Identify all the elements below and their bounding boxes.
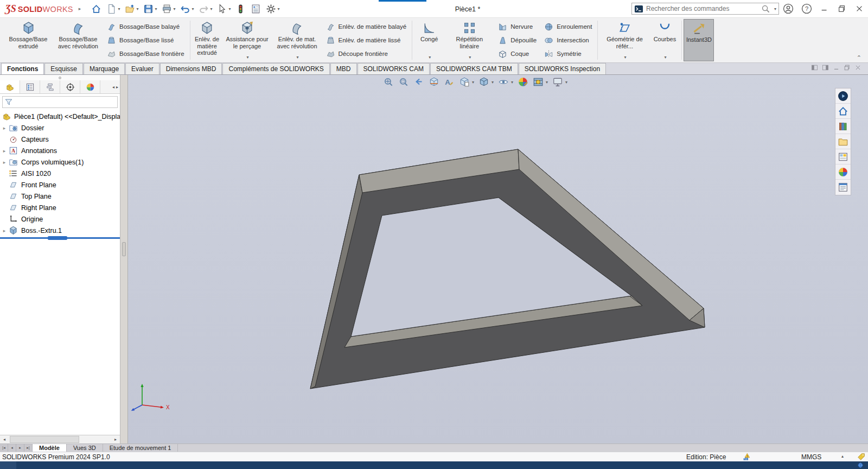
tab-compléments-de-solidworks[interactable]: Compléments de SOLIDWORKS bbox=[222, 63, 329, 74]
splitter-handle[interactable] bbox=[122, 242, 126, 256]
headsup-apply-scene-button[interactable] bbox=[533, 77, 548, 87]
scroll-left-icon[interactable]: ◂ bbox=[0, 435, 9, 443]
dropdown-arrow-icon[interactable] bbox=[565, 79, 567, 85]
tree-item-aisi-1020[interactable]: AISI 1020 bbox=[0, 168, 120, 179]
dropdown-arrow-icon[interactable] bbox=[511, 79, 513, 85]
headsup-annotation-views-button[interactable]: A bbox=[444, 77, 455, 87]
tree-item-right-plane[interactable]: Right Plane bbox=[0, 202, 120, 213]
logo-flyout-arrow-icon[interactable]: ▸ bbox=[79, 6, 81, 11]
dropdown-arrow-icon[interactable] bbox=[118, 6, 120, 11]
qat-redo-button[interactable] bbox=[197, 2, 214, 16]
taskpane-custom-properties-tab[interactable] bbox=[835, 180, 851, 195]
dropdown-arrow-icon[interactable] bbox=[472, 79, 474, 85]
collapse-ribbon-icon[interactable]: ⌃ bbox=[857, 54, 861, 61]
login-button[interactable] bbox=[779, 1, 797, 17]
ribbon-button-nervure[interactable]: Nervure bbox=[498, 20, 537, 33]
ribbon-button-dépouille[interactable]: Dépouille bbox=[498, 34, 537, 47]
previous-pane-button[interactable] bbox=[811, 64, 818, 73]
tree-item-dossier[interactable]: Dossier bbox=[0, 122, 120, 134]
taskpane-3dexperience-tab[interactable] bbox=[835, 88, 851, 104]
dropdown-arrow-icon[interactable] bbox=[469, 54, 471, 61]
ribbon-button-géométrie-de-référ[interactable]: Géométrie de référ... bbox=[599, 19, 649, 61]
dropdown-arrow-icon[interactable] bbox=[546, 79, 548, 85]
headsup-zoom-fit-button[interactable] bbox=[383, 77, 394, 87]
panel-tab-part-yellow[interactable] bbox=[0, 80, 20, 93]
minimize-button[interactable] bbox=[816, 1, 833, 17]
tab-dimensions-mbd[interactable]: Dimensions MBD bbox=[160, 63, 222, 74]
headsup-view-settings-button[interactable] bbox=[552, 77, 567, 87]
tab-marquage[interactable]: Marquage bbox=[84, 63, 125, 74]
ribbon-button-bossage-base-extrudé[interactable]: Bossage/Base extrudé bbox=[3, 19, 53, 61]
dropdown-arrow-icon[interactable] bbox=[429, 54, 431, 61]
headsup-hide-show-items-button[interactable] bbox=[498, 77, 513, 87]
rollback-handle[interactable] bbox=[48, 236, 67, 240]
panel-horizontal-scrollbar[interactable]: ◂ ▸ bbox=[0, 435, 120, 443]
search-input[interactable] bbox=[646, 5, 758, 12]
panel-tab-dimxpert[interactable] bbox=[60, 80, 80, 93]
doc-restore-button[interactable] bbox=[844, 64, 851, 73]
tab-nav-next-button[interactable]: ▸ bbox=[16, 444, 24, 452]
tree-root-item[interactable]: Pièce1 (Default) <<Default>_Display S bbox=[0, 111, 120, 122]
taskpane-view-palette-tab[interactable] bbox=[835, 149, 851, 164]
dropdown-arrow-icon[interactable] bbox=[492, 79, 494, 85]
rollback-bar[interactable] bbox=[0, 237, 120, 239]
tree-item-corps-volumiques-1[interactable]: Corps volumiques(1) bbox=[0, 156, 120, 168]
expand-arrow-icon[interactable] bbox=[0, 228, 9, 233]
dropdown-arrow-icon[interactable] bbox=[210, 6, 212, 11]
tab-solidworks-inspection[interactable]: SOLIDWORKS Inspection bbox=[519, 63, 606, 74]
taskpane-appearances-scenes-tab[interactable] bbox=[835, 164, 851, 180]
tab-esquisse[interactable]: Esquisse bbox=[44, 63, 83, 74]
doc-close-button[interactable] bbox=[854, 64, 861, 73]
qat-undo-button[interactable] bbox=[178, 2, 195, 16]
performance-monitor-icon[interactable] bbox=[742, 453, 751, 461]
ribbon-button-bossage-base-frontière[interactable]: Bossage/Base frontière bbox=[107, 47, 184, 60]
dropdown-arrow-icon[interactable] bbox=[297, 54, 299, 61]
panel-tab-config[interactable] bbox=[40, 80, 60, 93]
ribbon-button-bossage-base-avec-révolution[interactable]: Bossage/Base avec révolution bbox=[53, 19, 103, 61]
panel-viewport-splitter[interactable] bbox=[120, 75, 128, 443]
tab-nav-last-button[interactable]: ▸| bbox=[24, 444, 33, 452]
qat-new-doc-button[interactable] bbox=[105, 2, 122, 16]
ribbon-button-enlèv-de-matière-extrudé[interactable]: Enlèv. de matière extrudé bbox=[192, 19, 222, 61]
tree-item-boss-extru-1[interactable]: Boss.-Extru.1 bbox=[0, 225, 120, 236]
tree-item-front-plane[interactable]: Front Plane bbox=[0, 179, 120, 191]
document-tab-etude-de-mouvement-1[interactable]: Etude de mouvement 1 bbox=[103, 444, 178, 452]
ribbon-button-enlèv-de-matière-balayé[interactable]: Enlèv. de matière balayé bbox=[326, 20, 407, 33]
ribbon-button-répétition-linéaire[interactable]: Répétition linéaire bbox=[444, 19, 494, 61]
units-dropdown-arrow-icon[interactable] bbox=[841, 454, 844, 459]
taskbar-network-icon[interactable] bbox=[857, 462, 864, 468]
headsup-view-orientation-button[interactable] bbox=[459, 77, 474, 87]
dropdown-arrow-icon[interactable] bbox=[228, 6, 231, 11]
help-button[interactable]: ? bbox=[797, 1, 816, 17]
ribbon-button-symétrie[interactable]: Symétrie bbox=[544, 47, 592, 60]
command-search-box[interactable] bbox=[631, 3, 779, 15]
tree-filter-box[interactable] bbox=[2, 96, 118, 108]
headsup-edit-appearance-button[interactable] bbox=[518, 77, 528, 87]
expand-arrow-icon[interactable] bbox=[0, 160, 9, 165]
graphics-viewport[interactable]: X A bbox=[128, 75, 868, 443]
ribbon-button-bossage-base-lissé[interactable]: Bossage/Base lissé bbox=[107, 34, 184, 47]
close-button[interactable] bbox=[851, 1, 868, 17]
custom-properties-tag-icon[interactable] bbox=[857, 453, 865, 461]
expand-arrow-icon[interactable] bbox=[0, 125, 9, 131]
doc-minimize-button[interactable] bbox=[833, 64, 840, 73]
tree-item-capteurs[interactable]: Capteurs bbox=[0, 134, 120, 145]
ribbon-button-instant3d[interactable]: Instant3D bbox=[684, 19, 714, 61]
ribbon-button-congé[interactable]: Congé bbox=[414, 19, 444, 61]
model-canvas[interactable]: X bbox=[128, 75, 867, 443]
taskpane-file-explorer-tab[interactable] bbox=[835, 134, 851, 149]
dropdown-arrow-icon[interactable] bbox=[247, 54, 249, 61]
tab-nav-prev-button[interactable]: ◂ bbox=[8, 444, 16, 452]
qat-home-button[interactable] bbox=[90, 2, 103, 16]
tab-solidworks-cam-tbm[interactable]: SOLIDWORKS CAM TBM bbox=[430, 63, 518, 74]
tab-scroll-left-icon[interactable]: ◂ bbox=[112, 85, 114, 90]
panel-splitter-grip[interactable] bbox=[0, 75, 120, 80]
scrollbar-thumb[interactable] bbox=[10, 436, 79, 443]
tree-item-top-plane[interactable]: Top Plane bbox=[0, 191, 120, 202]
tab-fonctions[interactable]: Fonctions bbox=[1, 63, 44, 74]
ribbon-button-intersection[interactable]: Intersection bbox=[544, 34, 592, 47]
taskpane-design-library-tab[interactable] bbox=[835, 119, 851, 134]
ribbon-button-enroulement[interactable]: Enroulement bbox=[544, 20, 592, 33]
document-tab-vues-3d[interactable]: Vues 3D bbox=[67, 444, 103, 452]
expand-arrow-icon[interactable] bbox=[0, 148, 9, 154]
